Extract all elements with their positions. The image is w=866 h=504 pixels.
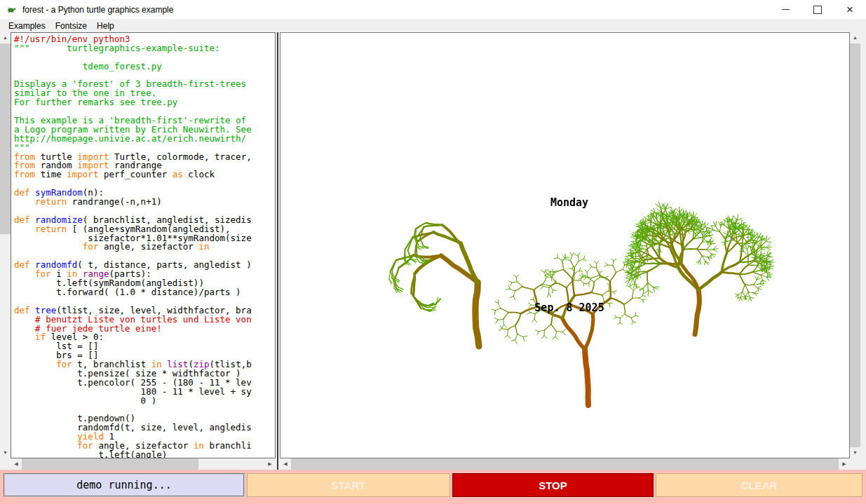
canvas-vscroll-thumb[interactable] <box>850 43 860 447</box>
turtledemo-window: forest - a Python turtle graphics exampl… <box>0 0 866 504</box>
code-line: t.forward( (1.0 * distance)/parts ) <box>14 288 275 297</box>
menu-examples[interactable]: Examples <box>4 21 50 31</box>
code-hscroll-thumb[interactable] <box>22 458 198 470</box>
turtle-icon <box>6 4 18 15</box>
code-vertical-scrollbar[interactable]: ▲ ▼ <box>0 32 11 458</box>
window-controls: × <box>769 0 866 19</box>
turtle-canvas[interactable] <box>280 33 849 458</box>
code-line: """ turtlegraphics-example-suite: <box>14 44 275 53</box>
close-button[interactable]: × <box>834 0 866 19</box>
code-line: return randrange(-n,n+1) <box>14 198 275 207</box>
canvas-vertical-scrollbar[interactable]: ▲ ▼ <box>850 32 860 458</box>
code-line: for angle, sizefactor in <box>14 243 275 252</box>
scroll-left-arrow-icon[interactable]: ◀ <box>280 458 291 470</box>
canvas-hscroll-thumb[interactable] <box>291 458 839 470</box>
scroll-down-arrow-icon[interactable]: ▼ <box>850 447 860 458</box>
code-line: from time import perf_counter as clock <box>14 170 275 179</box>
code-line: tdemo_forest.py <box>14 62 275 71</box>
window-title: forest - a Python turtle graphics exampl… <box>22 5 173 15</box>
titlebar[interactable]: forest - a Python turtle graphics exampl… <box>0 0 866 19</box>
code-line: 0 ) <box>14 397 275 406</box>
canvas-pane: MondaySep. 8 2025 <box>280 32 850 458</box>
minimize-icon <box>782 9 790 10</box>
scroll-left-arrow-icon[interactable]: ◀ <box>11 458 22 470</box>
menu-help[interactable]: Help <box>92 21 119 31</box>
code-view[interactable]: #!/usr/bin/env python3""" turtlegraphics… <box>11 32 276 458</box>
status-label: demo running... <box>4 473 245 497</box>
pane-divider <box>277 32 278 470</box>
canvas-horizontal-scrollbar[interactable]: ◀ ▶ <box>280 458 850 470</box>
scroll-right-arrow-icon[interactable]: ▶ <box>264 458 276 470</box>
scroll-up-arrow-icon[interactable]: ▲ <box>0 32 11 43</box>
canvas-text-label: Monday <box>550 196 588 209</box>
maximize-icon <box>813 6 822 14</box>
stop-button[interactable]: STOP <box>452 473 654 497</box>
maximize-button[interactable] <box>801 0 834 19</box>
menubar: Examples Fontsize Help <box>0 19 866 32</box>
start-button[interactable]: START <box>247 473 450 497</box>
close-icon: × <box>846 4 853 15</box>
clear-button[interactable]: CLEAR <box>656 473 862 497</box>
button-bar: demo running... START STOP CLEAR <box>0 470 866 504</box>
code-line: http://homepage.univie.ac.at/erich.neuwi… <box>14 135 275 144</box>
scroll-right-arrow-icon[interactable]: ▶ <box>839 458 850 470</box>
code-horizontal-scrollbar[interactable]: ◀ ▶ <box>11 458 276 470</box>
scroll-up-arrow-icon[interactable]: ▲ <box>850 32 860 43</box>
code-vscroll-thumb[interactable] <box>0 43 11 234</box>
menu-fontsize[interactable]: Fontsize <box>50 21 92 31</box>
code-text: #!/usr/bin/env python3""" turtlegraphics… <box>11 33 275 458</box>
code-line: For further remarks see tree.py <box>14 98 275 107</box>
code-line: t.left(angle) <box>14 451 275 458</box>
scroll-down-arrow-icon[interactable]: ▼ <box>0 447 11 458</box>
minimize-button[interactable] <box>769 0 801 19</box>
canvas-text-label: Sep. 8 2025 <box>534 301 604 314</box>
